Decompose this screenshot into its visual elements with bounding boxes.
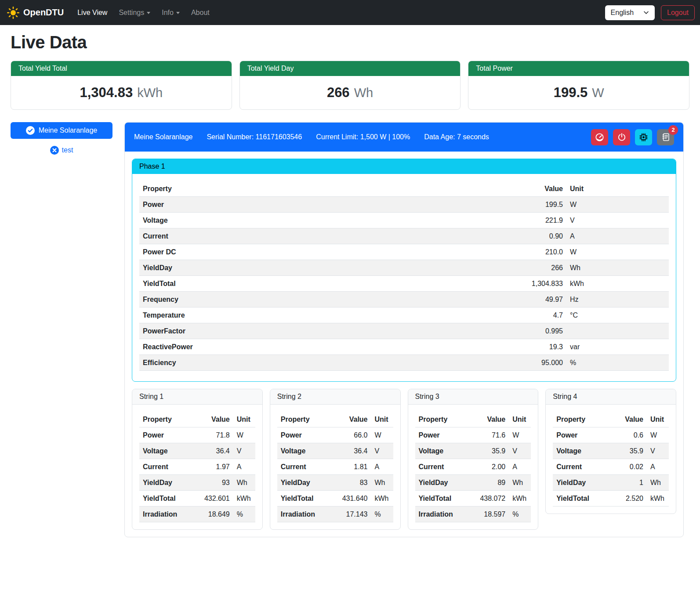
property-cell: Power xyxy=(139,197,505,213)
nav-item-info[interactable]: Info xyxy=(156,5,185,20)
table-header-row: Property Value Unit xyxy=(139,412,255,427)
column-unit: Unit xyxy=(509,412,531,427)
property-cell: Voltage xyxy=(415,443,467,459)
unit-cell: A xyxy=(509,459,531,475)
nav-item-live-view[interactable]: Live View xyxy=(72,5,113,20)
sun-logo-icon xyxy=(7,7,19,19)
value-cell: 4.7 xyxy=(505,308,566,323)
inverter-serial: Serial Number: 116171603546 xyxy=(207,133,302,141)
value-cell: 18.649 xyxy=(191,507,233,522)
value-cell: 36.4 xyxy=(329,443,371,459)
value-cell: 221.9 xyxy=(505,213,566,228)
value-cell: 35.9 xyxy=(467,443,509,459)
page-title: Live Data xyxy=(11,33,689,52)
table-row: YieldTotal431.640kWh xyxy=(277,491,393,507)
phase-body: Property Value Unit Power199.5WVoltage22… xyxy=(132,174,676,381)
logout-button[interactable]: Logout xyxy=(661,5,695,20)
card-unit: Wh xyxy=(354,86,374,100)
value-cell: 17.143 xyxy=(329,507,371,522)
property-cell: Current xyxy=(139,459,191,475)
property-cell: YieldTotal xyxy=(553,491,605,507)
table-row: PowerFactor0.995 xyxy=(139,323,669,339)
brand-link[interactable]: OpenDTU xyxy=(7,7,64,19)
unit-cell: W xyxy=(647,427,669,443)
main-row: Meine Solaranlage test Meine Solaranlage… xyxy=(11,122,689,537)
card-body: 1,304.83 kWh xyxy=(11,76,232,109)
device-info-button[interactable] xyxy=(635,129,652,145)
nav-item-settings[interactable]: Settings xyxy=(113,5,156,20)
table-row: Current0.90A xyxy=(139,228,669,244)
value-cell: 66.0 xyxy=(329,427,371,443)
property-cell: YieldTotal xyxy=(139,491,191,507)
unit-cell: V xyxy=(371,443,393,459)
value-cell: 35.9 xyxy=(605,443,647,459)
card-title: Total Yield Day xyxy=(240,61,461,76)
property-cell: Power xyxy=(553,427,605,443)
value-cell: 1.97 xyxy=(191,459,233,475)
table-row: Efficiency95.000% xyxy=(139,355,669,371)
card-title: Total Power xyxy=(468,61,689,76)
unit-cell: V xyxy=(647,443,669,459)
card-body: 199.5 W xyxy=(468,76,689,109)
check-circle-icon xyxy=(26,126,35,135)
value-cell: 19.3 xyxy=(505,339,566,355)
card-unit: kWh xyxy=(137,86,163,100)
column-property: Property xyxy=(277,412,329,427)
unit-cell: % xyxy=(566,355,669,371)
table-row: YieldTotal432.601kWh xyxy=(139,491,255,507)
column-value: Value xyxy=(467,412,509,427)
column-property: Property xyxy=(139,181,505,197)
property-cell: YieldDay xyxy=(553,475,605,491)
unit-cell: V xyxy=(566,213,669,228)
property-cell: Voltage xyxy=(553,443,605,459)
value-cell: 1.81 xyxy=(329,459,371,475)
value-cell: 2.00 xyxy=(467,459,509,475)
value-cell: 210.0 xyxy=(505,244,566,260)
unit-cell: kWh xyxy=(371,491,393,507)
card-value: 1,304.83 xyxy=(80,85,133,101)
language-select[interactable]: English xyxy=(605,5,655,20)
property-cell: YieldTotal xyxy=(415,491,467,507)
value-cell: 199.5 xyxy=(505,197,566,213)
unit-cell: V xyxy=(233,443,255,459)
property-cell: Voltage xyxy=(139,443,191,459)
power-icon xyxy=(617,133,626,141)
phase-table: Property Value Unit Power199.5WVoltage22… xyxy=(139,181,669,371)
inverter-item-test[interactable]: test xyxy=(11,146,112,155)
x-circle-icon xyxy=(50,146,59,155)
table-row: Irradiation17.143% xyxy=(277,507,393,522)
value-cell: 93 xyxy=(191,475,233,491)
unit-cell: Wh xyxy=(509,475,531,491)
unit-cell: Wh xyxy=(233,475,255,491)
nav-item-about[interactable]: About xyxy=(185,5,215,20)
table-row: YieldDay83Wh xyxy=(277,475,393,491)
property-cell: Frequency xyxy=(139,292,505,308)
property-cell: YieldDay xyxy=(139,475,191,491)
string-title: String 3 xyxy=(408,389,538,405)
nav-links: Live View Settings Info About xyxy=(72,5,215,20)
phase-card: Phase 1 Property Value Unit P xyxy=(132,159,676,382)
journal-text-icon xyxy=(661,133,670,141)
value-cell: 71.8 xyxy=(191,427,233,443)
value-cell: 36.4 xyxy=(191,443,233,459)
brand-label: OpenDTU xyxy=(23,7,64,18)
unit-cell: W xyxy=(566,244,669,260)
unit-cell: W xyxy=(509,427,531,443)
navbar-right: English Logout xyxy=(605,5,695,20)
table-header-row: Property Value Unit xyxy=(277,412,393,427)
card-body: 266 Wh xyxy=(240,76,461,109)
value-cell: 0.995 xyxy=(505,323,566,339)
power-button[interactable] xyxy=(613,129,630,145)
inverter-panel: Meine Solaranlage Serial Number: 1161716… xyxy=(124,122,684,537)
card-title: Total Yield Total xyxy=(11,61,232,76)
event-log-button[interactable]: 2 xyxy=(657,129,674,145)
table-row: Irradiation18.597% xyxy=(415,507,531,522)
string-body: Property Value Unit Power66.0WVoltage36.… xyxy=(270,405,400,529)
table-row: Current2.00A xyxy=(415,459,531,475)
value-cell: 2.520 xyxy=(605,491,647,507)
string-title: String 2 xyxy=(270,389,400,405)
table-row: Current1.81A xyxy=(277,459,393,475)
inverter-select-button[interactable]: Meine Solaranlage xyxy=(11,122,112,139)
unit-cell: W xyxy=(371,427,393,443)
limit-settings-button[interactable] xyxy=(591,129,608,145)
